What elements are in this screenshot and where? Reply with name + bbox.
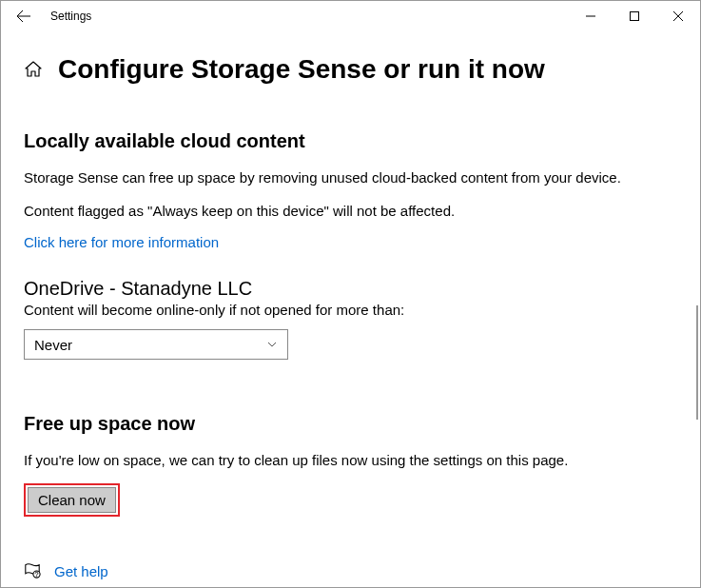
svg-point-2 <box>36 576 37 577</box>
back-button[interactable] <box>9 1 39 31</box>
minimize-button[interactable] <box>569 1 613 31</box>
chevron-down-icon <box>266 339 278 350</box>
onedrive-frequency-dropdown[interactable]: Never <box>24 329 288 360</box>
cloud-content-heading: Locally available cloud content <box>24 130 677 152</box>
arrow-left-icon <box>16 9 31 24</box>
titlebar: Settings <box>1 1 700 31</box>
onedrive-subtext: Content will become online-only if not o… <box>24 302 677 318</box>
cloud-description-1: Storage Sense can free up space by remov… <box>24 167 677 187</box>
cloud-description-2: Content flagged as "Always keep on this … <box>24 201 677 221</box>
window-title: Settings <box>50 10 91 23</box>
home-icon[interactable] <box>24 60 43 79</box>
freeup-heading: Free up space now <box>24 413 677 435</box>
svg-rect-0 <box>631 12 639 21</box>
page-header: Configure Storage Sense or run it now <box>24 54 677 85</box>
maximize-button[interactable] <box>613 1 656 31</box>
window-controls <box>569 1 700 31</box>
freeup-text: If you're low on space, we can try to cl… <box>24 450 677 470</box>
minimize-icon <box>586 11 595 21</box>
more-info-link[interactable]: Click here for more information <box>24 234 219 250</box>
maximize-icon <box>630 11 639 21</box>
content-area: Configure Storage Sense or run it now Lo… <box>1 31 700 579</box>
get-help-link[interactable]: Get help <box>54 563 108 579</box>
page-title: Configure Storage Sense or run it now <box>58 54 545 85</box>
onedrive-heading: OneDrive - Stanadyne LLC <box>24 278 677 300</box>
clean-now-button[interactable]: Clean now <box>28 487 116 513</box>
help-icon <box>24 562 41 579</box>
help-row: Get help <box>24 562 677 579</box>
scrollbar[interactable] <box>696 305 698 420</box>
close-button[interactable] <box>656 1 700 31</box>
dropdown-selected-value: Never <box>34 337 72 353</box>
close-icon <box>673 11 683 21</box>
clean-now-highlight: Clean now <box>24 483 120 517</box>
